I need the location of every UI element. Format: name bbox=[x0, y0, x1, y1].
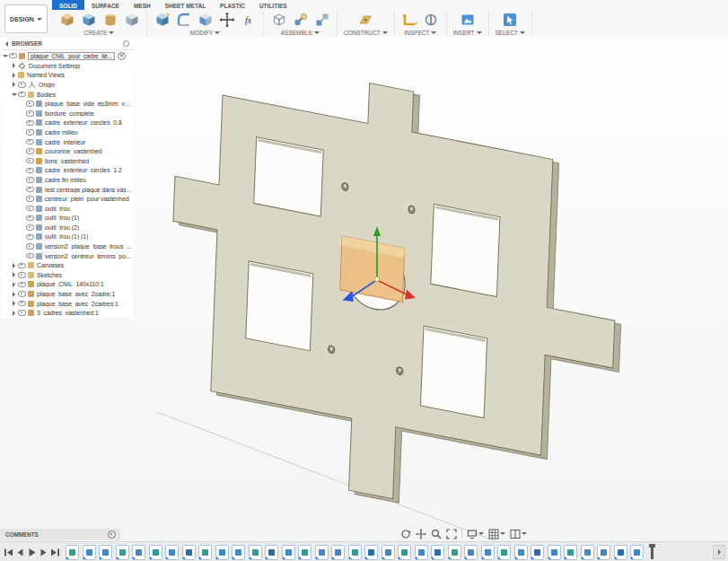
timeline-feature[interactable] bbox=[265, 545, 278, 560]
timeline-feature[interactable] bbox=[232, 545, 245, 560]
timeline-feature[interactable] bbox=[364, 545, 378, 560]
visibility-eye-icon[interactable] bbox=[25, 205, 35, 213]
timeline-feature[interactable] bbox=[83, 545, 96, 560]
visibility-eye-icon[interactable] bbox=[25, 232, 35, 241]
body-row[interactable]: version2_plaque_base_trous_... bbox=[2, 241, 133, 251]
expand-arrow-icon[interactable] bbox=[13, 282, 15, 287]
visibility-eye-icon[interactable] bbox=[25, 138, 35, 146]
collapse-arrow-icon[interactable] bbox=[12, 93, 17, 96]
group-label-assemble[interactable]: ASSEMBLE bbox=[281, 30, 312, 36]
timeline-feature[interactable] bbox=[581, 545, 594, 560]
timeline-scroll-right-button[interactable] bbox=[713, 545, 725, 559]
group-label-create[interactable]: CREATE bbox=[84, 30, 108, 36]
timeline-feature[interactable] bbox=[564, 545, 577, 560]
timeline-feature[interactable] bbox=[415, 545, 428, 560]
step-forward-button[interactable] bbox=[39, 547, 48, 557]
group-label-inspect[interactable]: INSPECT bbox=[404, 30, 429, 36]
comments-menu-icon[interactable] bbox=[108, 530, 116, 539]
component-row[interactable]: plaque_base_avec_2cadres:1 bbox=[2, 299, 133, 309]
body-row[interactable]: outil_trou (1) bbox=[2, 214, 133, 224]
timeline-feature[interactable] bbox=[481, 545, 495, 560]
timeline-feature[interactable] bbox=[215, 545, 229, 560]
visibility-eye-icon[interactable] bbox=[25, 224, 35, 232]
tree-row-document-settings[interactable]: Document Settings bbox=[2, 61, 133, 71]
timeline-feature[interactable] bbox=[132, 545, 145, 560]
visibility-eye-icon[interactable] bbox=[17, 300, 27, 308]
timeline-feature[interactable] bbox=[165, 545, 179, 560]
workspace-selector[interactable]: DESIGN bbox=[4, 4, 48, 33]
browser-root-row[interactable]: plaque_CNIL_pour_cadre_liè... bbox=[2, 50, 133, 61]
expand-arrow-icon[interactable] bbox=[13, 292, 15, 297]
sweep-button[interactable] bbox=[123, 12, 140, 29]
body-row[interactable]: outil_trou bbox=[2, 204, 133, 214]
expand-arrow-icon[interactable] bbox=[3, 55, 8, 57]
joint-button[interactable] bbox=[292, 12, 309, 29]
tab-solid[interactable]: SOLID bbox=[52, 0, 84, 10]
body-row[interactable]: cadre milieu bbox=[2, 127, 133, 137]
section-analysis-button[interactable] bbox=[423, 12, 440, 29]
viewports-icon[interactable] bbox=[510, 529, 527, 539]
body-row[interactable]: outil_trou (1) (1) bbox=[2, 232, 133, 242]
timeline-feature[interactable] bbox=[497, 545, 511, 560]
visibility-eye-icon[interactable] bbox=[25, 242, 35, 250]
timeline-feature[interactable] bbox=[597, 545, 610, 560]
visibility-eye-icon[interactable] bbox=[17, 81, 27, 89]
visibility-eye-icon[interactable] bbox=[25, 147, 35, 155]
visibility-eye-icon[interactable] bbox=[8, 52, 18, 60]
visibility-eye-icon[interactable] bbox=[17, 91, 27, 99]
visibility-eye-icon[interactable] bbox=[17, 290, 27, 298]
timeline-feature[interactable] bbox=[614, 545, 627, 560]
tab-surface[interactable]: SURFACE bbox=[84, 0, 127, 10]
timeline-feature[interactable] bbox=[249, 545, 262, 560]
tab-plastic[interactable]: PLASTIC bbox=[213, 0, 252, 10]
insert-canvas-button[interactable] bbox=[459, 12, 476, 29]
timeline-feature[interactable] bbox=[630, 545, 644, 560]
visibility-eye-icon[interactable] bbox=[25, 195, 35, 203]
visibility-eye-icon[interactable] bbox=[25, 118, 35, 127]
group-label-construct[interactable]: CONSTRUCT bbox=[344, 30, 381, 36]
play-button[interactable] bbox=[27, 547, 37, 557]
change-parameters-button[interactable]: fx bbox=[240, 12, 257, 29]
panel-menu-icon[interactable] bbox=[123, 40, 129, 47]
body-row[interactable]: cadre fin milieu bbox=[2, 175, 133, 185]
timeline-feature[interactable] bbox=[514, 545, 528, 560]
tree-row-sketches[interactable]: Sketches bbox=[2, 270, 133, 280]
group-label-modify[interactable]: MODIFY bbox=[190, 30, 213, 36]
visibility-eye-icon[interactable] bbox=[25, 186, 35, 194]
body-row[interactable]: test centrage plaque dans vast... bbox=[2, 185, 133, 195]
timeline-feature[interactable] bbox=[548, 545, 561, 560]
timeline-feature[interactable] bbox=[464, 545, 478, 560]
orbit-icon[interactable] bbox=[400, 529, 411, 539]
expand-arrow-icon[interactable] bbox=[13, 263, 15, 268]
step-back-button[interactable] bbox=[15, 547, 25, 557]
manipulator-origin-handle[interactable] bbox=[374, 276, 379, 281]
timeline-feature[interactable] bbox=[116, 545, 129, 560]
document-name[interactable]: plaque_CNIL_pour_cadre_liè... bbox=[28, 52, 115, 60]
timeline-feature[interactable] bbox=[398, 545, 411, 560]
component-row[interactable]: 3_cadres_vastenhed:1 bbox=[2, 308, 133, 318]
visibility-eye-icon[interactable] bbox=[25, 100, 35, 108]
align-button[interactable] bbox=[313, 12, 330, 29]
fillet-button[interactable] bbox=[175, 12, 192, 29]
close-icon[interactable] bbox=[118, 52, 126, 60]
timeline-feature[interactable] bbox=[182, 545, 196, 560]
display-settings-icon[interactable] bbox=[467, 529, 484, 539]
construction-plane-button[interactable] bbox=[357, 12, 374, 29]
visibility-eye-icon[interactable] bbox=[25, 214, 35, 222]
component-row[interactable]: plaque_base_avec_2cadre:1 bbox=[2, 289, 133, 299]
timeline-feature[interactable] bbox=[298, 545, 311, 560]
zoom-icon[interactable] bbox=[431, 529, 442, 539]
body-row[interactable]: couronne_vastenhed bbox=[2, 146, 133, 156]
move-copy-button[interactable] bbox=[218, 12, 235, 29]
comments-bar[interactable]: COMMENTS bbox=[0, 529, 120, 540]
expand-arrow-icon[interactable] bbox=[13, 272, 15, 277]
timeline-playhead[interactable] bbox=[651, 545, 653, 559]
timeline-feature[interactable] bbox=[382, 545, 395, 560]
tab-sheet-metal[interactable]: SHEET METAL bbox=[158, 0, 213, 10]
collapse-panel-icon[interactable] bbox=[5, 41, 8, 47]
timeline-feature[interactable] bbox=[282, 545, 295, 560]
visibility-eye-icon[interactable] bbox=[25, 157, 35, 165]
timeline-feature[interactable] bbox=[331, 545, 345, 560]
tree-row-origin[interactable]: Origin bbox=[2, 80, 133, 90]
part-plate[interactable] bbox=[163, 46, 628, 541]
